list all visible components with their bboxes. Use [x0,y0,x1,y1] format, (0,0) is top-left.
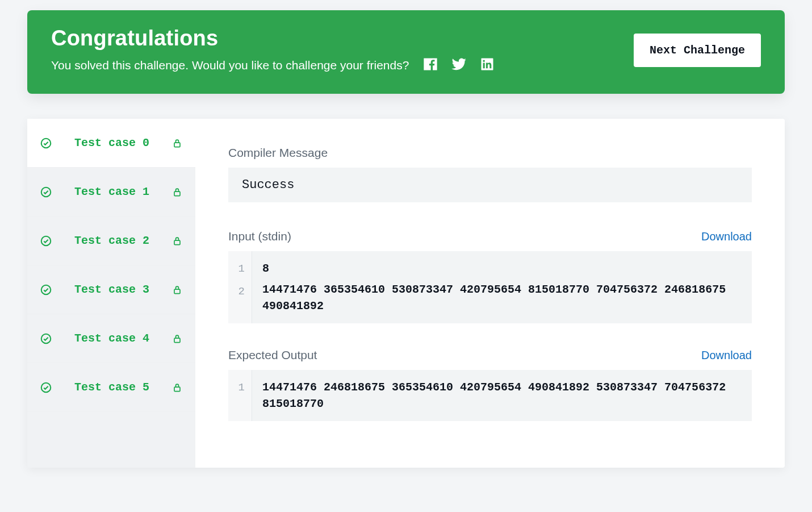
compiler-message-label: Compiler Message [228,146,752,160]
line-number: 1 [228,377,252,399]
testcase-item-3[interactable]: Test case 3 [27,265,195,314]
line-number: 1 [228,258,252,281]
lock-icon [171,382,183,393]
svg-rect-7 [174,289,180,294]
testcase-label: Test case 2 [60,234,164,248]
linkedin-icon[interactable] [479,56,495,74]
check-icon [40,235,52,247]
svg-rect-3 [174,192,180,196]
check-icon [40,284,52,296]
success-banner: Congratulations You solved this challeng… [27,10,785,94]
code-line: 8 [262,258,742,279]
lock-icon [171,333,183,344]
compiler-message-value: Success [228,168,752,202]
testcase-item-1[interactable]: Test case 1 [27,168,195,217]
line-number: 2 [228,281,252,303]
svg-rect-11 [174,387,180,392]
download-input-link[interactable]: Download [701,230,752,243]
svg-rect-9 [174,338,180,343]
input-code-block: 12 814471476 365354610 530873347 4207956… [228,251,752,323]
next-challenge-button[interactable]: Next Challenge [634,34,761,67]
testcase-item-4[interactable]: Test case 4 [27,314,195,363]
testcase-sidebar[interactable]: Test case 0Test case 1Test case 2Test ca… [27,119,195,468]
input-label: Input (stdin) [228,230,291,243]
lock-icon [171,235,183,247]
testcase-item-0[interactable]: Test case 0 [27,119,195,168]
check-icon [40,186,52,198]
facebook-icon[interactable] [422,56,438,74]
testcase-detail[interactable]: Compiler Message Success Input (stdin) D… [195,119,785,468]
code-line: 14471476 246818675 365354610 420795654 4… [262,377,742,414]
code-line: 14471476 365354610 530873347 420795654 8… [262,279,742,317]
svg-rect-5 [174,240,180,245]
download-output-link[interactable]: Download [701,349,752,362]
banner-title: Congratulations [51,26,495,51]
svg-rect-1 [174,143,180,147]
expected-output-label: Expected Output [228,348,317,362]
twitter-icon[interactable] [451,56,467,74]
banner-subtitle: You solved this challenge. Would you lik… [51,59,409,72]
testcase-label: Test case 0 [60,136,164,150]
testcase-label: Test case 3 [60,282,164,297]
results-panel: Test case 0Test case 1Test case 2Test ca… [27,119,785,468]
output-code-block: 1 14471476 246818675 365354610 420795654… [228,370,752,421]
check-icon [40,381,52,394]
testcase-label: Test case 4 [60,331,164,346]
lock-icon [171,284,183,295]
testcase-item-5[interactable]: Test case 5 [27,363,195,412]
testcase-label: Test case 5 [60,380,164,394]
testcase-item-2[interactable]: Test case 2 [27,217,195,265]
check-icon [40,137,52,149]
lock-icon [171,186,183,198]
check-icon [40,332,52,345]
testcase-label: Test case 1 [60,185,164,199]
lock-icon [171,138,183,149]
